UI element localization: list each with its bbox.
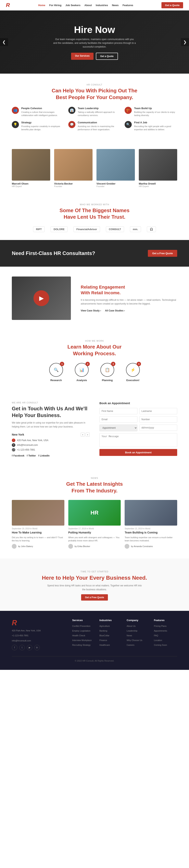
nav-industries[interactable]: Industries: [96, 4, 108, 7]
step-circle-1: 🔍 1: [49, 363, 63, 377]
footer-link-healthcare[interactable]: Healthcare: [100, 644, 110, 646]
footer-link-banking[interactable]: Banking: [100, 629, 107, 632]
nav-about[interactable]: About: [84, 4, 92, 7]
cta-bottom-desc: Spend less time doing HR tasks and focus…: [47, 584, 142, 591]
city-prev-arrow[interactable]: ‹: [81, 433, 85, 437]
news-image-2: HR: [68, 500, 121, 526]
form-first-name[interactable]: [100, 408, 138, 414]
feature-team-buildup: 🏗️ Team Build Up Building the capacity o…: [125, 107, 177, 117]
form-number[interactable]: [139, 416, 177, 423]
news-date-2: September 17, 2019 in World: [68, 528, 121, 530]
process-step-planning: 📋 3 Planning: [101, 363, 114, 382]
feature-team-leadership: 👔 Team Leadership Taking a radically dif…: [68, 107, 121, 117]
footer-link-interview[interactable]: Interview Workplace: [72, 639, 92, 642]
footer-link-faq[interactable]: FAQ: [154, 634, 158, 637]
footer-col-company: Company About Us Leadership News Why Cho…: [126, 619, 150, 651]
footer-link-location[interactable]: Location: [154, 639, 162, 642]
news-desc-1: Did you like my writing to to learn — an…: [12, 536, 64, 542]
footer-link-about[interactable]: About Us: [126, 625, 136, 627]
all-case-studies-link[interactable]: All Case Studies: [105, 309, 125, 312]
form-title: Book an Appointment: [100, 401, 177, 405]
team-photo-4: [139, 149, 177, 181]
process-step-analysis: 📊 2 Analysis: [75, 363, 88, 382]
news-date-1: September 19, 2019 in World: [12, 528, 64, 530]
news-desc-2: When you work with strangers and colleag…: [68, 536, 121, 542]
form-appointment[interactable]: Appointment: [100, 425, 138, 431]
footer-social: f t ▶ in: [12, 645, 64, 650]
client-logo-6: 🎧: [147, 226, 156, 232]
footer-email: info@hrconsult.com: [12, 639, 64, 643]
footer-link-conflict[interactable]: Conflict Prevention: [72, 625, 90, 627]
nav-logo[interactable]: R: [6, 2, 10, 8]
footer-link-why-choose[interactable]: Why Choose Us: [126, 639, 142, 642]
footer-link-finance[interactable]: Finance: [100, 639, 107, 642]
cta-bottom-button[interactable]: Get a Free Quote: [81, 594, 108, 600]
form-submit-button[interactable]: Book an Appointment: [100, 449, 177, 456]
nav-home[interactable]: Home: [38, 4, 45, 7]
news-author-3: by Amanda Constrains: [131, 545, 153, 548]
hero-subtitle: Our team manages expectations, maintains…: [53, 37, 136, 49]
footer-logo: R: [12, 619, 64, 627]
news-desc-3: Team building expertise can ensure a muc…: [125, 536, 177, 542]
footer-social-in[interactable]: in: [34, 645, 40, 650]
nav-links: Home For Hiring Job Seekers About Indust…: [38, 3, 133, 7]
footer-social-fb[interactable]: f: [12, 645, 17, 650]
contact-label: WE ARE HR CONSULT: [12, 401, 89, 404]
form-date[interactable]: [139, 425, 177, 431]
footer-link-agriculture[interactable]: Agriculture: [100, 625, 110, 627]
form-last-name[interactable]: [139, 408, 177, 414]
mail-icon: ✉: [12, 443, 15, 447]
team-leadership-icon: 👔: [68, 107, 75, 114]
cta-banner-button[interactable]: Get a Free Quote: [148, 250, 177, 257]
people-cohesion-icon: 👥: [12, 107, 19, 114]
clients-label: WHO WE WORKED WITH: [12, 203, 177, 206]
contact-address: 420 Park Ave, New York, USA: [17, 439, 48, 442]
social-linkedin[interactable]: LinkedIn: [38, 454, 49, 457]
footer-link-pricing[interactable]: Pricing Plans: [154, 625, 166, 627]
social-twitter[interactable]: Twitter: [27, 454, 36, 457]
footer-link-employ[interactable]: Employ Legislation: [72, 629, 90, 632]
team-photo-1: [12, 149, 50, 181]
team-photo-3: [97, 149, 135, 181]
footer-link-coming-soon[interactable]: Coming Soon: [154, 644, 167, 646]
social-facebook[interactable]: Facebook: [12, 454, 25, 457]
team-member-3: Vincent Greider Founder: [97, 149, 135, 187]
contact-desc: We take great pride in using our experti…: [12, 421, 89, 429]
find-job-icon: 🔍: [125, 121, 132, 128]
hero-next-arrow[interactable]: ❯: [181, 38, 189, 46]
strategy-icon: 💡: [12, 121, 19, 128]
form-message[interactable]: [100, 433, 177, 447]
footer: R 420 Park Ave, New York, USA +1-123-456…: [0, 611, 189, 670]
contact-section: WE ARE HR CONSULT Get in Touch With Us A…: [0, 392, 189, 467]
news-item-3: September 13, 2019 in World Team Buildin…: [125, 500, 177, 549]
news-title-3: Team Building is Coming: [125, 531, 177, 535]
footer-link-bluecollar[interactable]: BlueCollar: [100, 634, 109, 637]
footer-link-recruiting[interactable]: Recruiting Strategy: [72, 644, 91, 646]
footer-link-appointments[interactable]: Appointments: [154, 629, 167, 632]
footer-brand: R 420 Park Ave, New York, USA +1-123-456…: [12, 619, 64, 651]
nav-cta-button[interactable]: Get a Quote: [161, 2, 183, 8]
footer-social-tw[interactable]: t: [19, 645, 25, 650]
view-case-study-link[interactable]: View Case Study: [81, 309, 101, 312]
case-person-avatar: ▶: [34, 290, 49, 306]
news-grid: September 19, 2019 in World How To Make …: [12, 500, 177, 549]
hero-quote-button[interactable]: Get a Quote: [96, 53, 118, 60]
nav-for-hiring[interactable]: For Hiring: [49, 4, 62, 7]
cta-bottom-section: TIME TO GET STARTED Here to Help Your Ev…: [0, 559, 189, 611]
nav-features[interactable]: Features: [122, 4, 133, 7]
hero-section: ❮ Hire Now Our team manages expectations…: [0, 10, 189, 73]
city-next-arrow[interactable]: ›: [86, 433, 89, 437]
footer-link-careers[interactable]: Careers: [126, 644, 134, 646]
footer-phone: +1-123-456-7891: [12, 634, 64, 638]
nav-job-seekers[interactable]: Job Seekers: [65, 4, 80, 7]
footer-link-news[interactable]: News: [126, 634, 132, 637]
footer-link-health[interactable]: Health Check: [72, 634, 85, 637]
form-email[interactable]: [100, 416, 138, 423]
hero-prev-arrow[interactable]: ❮: [0, 38, 8, 46]
footer-col-features: Features Pricing Plans Appointments FAQ …: [154, 619, 177, 651]
help-label: HR CONSULT: [12, 84, 177, 86]
footer-social-yt[interactable]: ▶: [27, 645, 32, 650]
hero-services-button[interactable]: Our Services: [71, 53, 93, 60]
footer-link-leadership[interactable]: Leadership: [126, 629, 137, 632]
nav-news[interactable]: News: [112, 4, 118, 7]
